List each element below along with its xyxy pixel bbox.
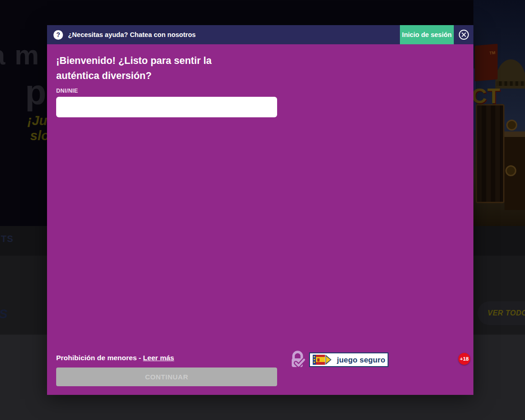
ver-todos-button[interactable]: VER TODOS (478, 301, 525, 325)
arrow-icon-inner (326, 356, 331, 363)
flag-blue-strip (313, 355, 316, 365)
dni-label: DNI/NIE (56, 88, 78, 94)
secure-lock-icon (289, 351, 306, 369)
coin-icon (506, 120, 517, 131)
login-button[interactable]: Inicio de sesión (400, 25, 454, 44)
trademark-text: TM (489, 50, 495, 55)
section-title-fragment: S (0, 307, 8, 321)
hero-subtext-fragment: slo (30, 128, 49, 143)
close-icon (458, 29, 469, 40)
spain-flag-icon (313, 355, 325, 365)
prohibition-label: Prohibición de menores - (56, 354, 141, 362)
arches-decoration (496, 81, 525, 86)
juego-seguro-badge[interactable]: juego seguro (309, 352, 388, 367)
ver-todos-label: VER TODOS (488, 309, 525, 317)
welcome-heading-line1: ¡Bienvenido! ¿Listo para sentir la (56, 53, 275, 68)
welcome-heading: ¡Bienvenido! ¿Listo para sentir la autén… (56, 53, 275, 84)
help-chat-bar: ? ¿Necesitas ayuda? Chatea con nosotros … (47, 25, 473, 44)
hero-text-fragment: a m (0, 39, 40, 71)
minors-prohibition-text: Prohibición de menores - Leer más (56, 354, 174, 362)
nav-item-slots-fragment[interactable]: TS (1, 234, 14, 244)
chat-link[interactable]: ¿Necesitas ayuda? Chatea con nosotros (68, 31, 196, 38)
coin-icon (505, 165, 516, 176)
age-18-badge: +18 (458, 353, 470, 365)
slot-reel-frame (476, 104, 504, 203)
welcome-heading-line2: auténtica diversión? (56, 68, 275, 84)
help-icon[interactable]: ? (53, 30, 63, 40)
read-more-link[interactable]: Leer más (143, 354, 174, 362)
dni-input[interactable] (56, 97, 277, 117)
slot-game-artwork: TM CT (473, 0, 525, 226)
hero-text-fragment: p (25, 72, 46, 112)
juego-seguro-label: juego seguro (337, 356, 385, 364)
close-button[interactable] (458, 29, 469, 40)
continue-button[interactable]: CONTINUAR (56, 368, 277, 386)
flag-stripes (316, 355, 325, 365)
red-banner-shape: TM (475, 44, 498, 81)
registration-modal: ? ¿Necesitas ayuda? Chatea con nosotros … (47, 25, 473, 395)
